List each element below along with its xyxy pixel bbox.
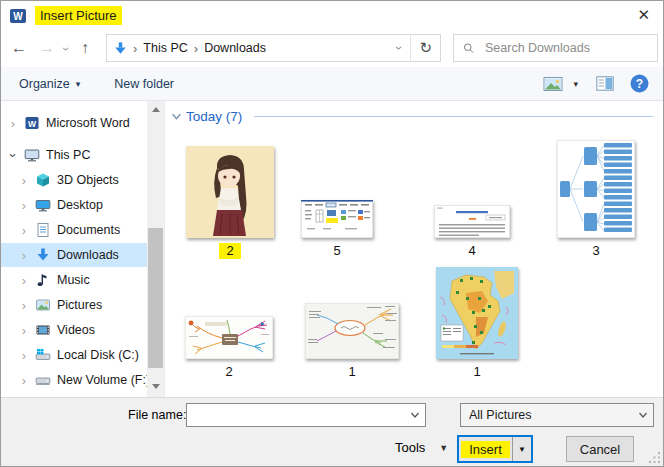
sidebar-item-label: New Volume (F:) bbox=[57, 373, 147, 387]
change-view-icon[interactable] bbox=[543, 76, 563, 92]
sidebar-item-local-disk-c[interactable]: › Local Disk (C:) bbox=[1, 343, 147, 367]
expand-chevron-icon[interactable]: › bbox=[19, 223, 29, 238]
group-title: Today (7) bbox=[186, 109, 242, 124]
expand-chevron-icon[interactable]: › bbox=[19, 273, 29, 288]
up-button[interactable]: ↑ bbox=[81, 39, 89, 57]
file-item-colorful-mind-map[interactable]: 2 bbox=[185, 316, 273, 380]
organize-label: Organize bbox=[19, 77, 70, 91]
sidebar-item-label: Music bbox=[57, 273, 90, 287]
group-header-today[interactable]: Today (7) bbox=[171, 109, 653, 124]
file-type-value: All Pictures bbox=[461, 408, 633, 422]
file-item-sketch-mind-map[interactable]: 1 bbox=[305, 303, 399, 380]
picture-icon bbox=[35, 297, 51, 313]
search-icon bbox=[463, 41, 474, 55]
group-rule bbox=[254, 116, 653, 117]
recent-locations-chevron-icon[interactable]: › bbox=[59, 47, 73, 51]
document-thumbnail bbox=[434, 205, 510, 238]
file-name-dropdown-icon[interactable] bbox=[405, 411, 425, 419]
view-dropdown-icon[interactable]: ▾ bbox=[573, 79, 578, 89]
resize-grip[interactable] bbox=[648, 451, 661, 464]
search-input[interactable] bbox=[483, 40, 648, 56]
expand-chevron-icon[interactable]: › bbox=[19, 373, 29, 388]
group-collapse-chevron-icon bbox=[171, 111, 182, 122]
file-label: 1 bbox=[473, 364, 480, 380]
download-icon bbox=[35, 247, 51, 263]
back-button[interactable]: ← bbox=[11, 39, 27, 57]
sidebar-item-label: 3D Objects bbox=[57, 173, 119, 187]
tools-button[interactable]: Tools ▼ bbox=[395, 440, 448, 455]
refresh-icon[interactable]: ↻ bbox=[411, 39, 440, 57]
sidebar-item-music[interactable]: › Music bbox=[1, 268, 147, 292]
sidebar-scrollbar[interactable] bbox=[147, 101, 164, 397]
breadcrumb-this-pc[interactable]: This PC bbox=[142, 39, 188, 57]
address-bar[interactable]: › This PC › Downloads › ↻ bbox=[106, 34, 441, 62]
expand-chevron-icon[interactable]: › bbox=[8, 116, 18, 131]
preview-pane-icon[interactable] bbox=[596, 76, 614, 91]
sidebar-item-label: Pictures bbox=[57, 298, 102, 312]
expand-chevron-icon[interactable]: › bbox=[19, 198, 29, 213]
file-type-select[interactable]: All Pictures bbox=[460, 403, 654, 427]
insert-label: Insert bbox=[461, 441, 510, 458]
file-list-panel: Today (7) bbox=[164, 101, 663, 397]
organize-dropdown-icon: ▾ bbox=[76, 79, 81, 89]
expand-chevron-icon[interactable]: › bbox=[19, 298, 29, 313]
sidebar-item-microsoft-word[interactable]: › W Microsoft Word bbox=[1, 111, 147, 135]
organize-button[interactable]: Organize ▾ bbox=[19, 77, 80, 91]
file-label: 2 bbox=[225, 364, 232, 380]
file-item-document[interactable]: 4 bbox=[434, 205, 510, 259]
search-box[interactable] bbox=[453, 34, 658, 62]
file-name-combo[interactable] bbox=[186, 403, 426, 427]
file-item-tree-diagram[interactable]: 3 bbox=[557, 140, 635, 259]
help-icon[interactable]: ? bbox=[630, 74, 649, 93]
forward-button[interactable]: → bbox=[39, 39, 55, 57]
new-folder-label: New folder bbox=[114, 77, 174, 91]
desktop-icon bbox=[35, 197, 51, 213]
disk-icon bbox=[35, 372, 51, 388]
sidebar-item-label: Microsoft Word bbox=[46, 116, 130, 130]
file-item-girl-illustration[interactable]: 2 bbox=[186, 146, 274, 259]
sidebar-item-desktop[interactable]: › Desktop bbox=[1, 193, 147, 217]
new-folder-button[interactable]: New folder bbox=[114, 77, 174, 91]
address-dropdown-chevron-icon[interactable]: › bbox=[392, 37, 406, 59]
cancel-button[interactable]: Cancel bbox=[566, 436, 634, 462]
file-label: 1 bbox=[348, 364, 355, 380]
sidebar-item-this-pc[interactable]: › This PC bbox=[1, 143, 147, 167]
insert-split-button: Insert ▼ bbox=[457, 435, 533, 463]
insert-dropdown-icon[interactable]: ▼ bbox=[512, 437, 531, 461]
file-item-word-ribbon[interactable]: 5 bbox=[301, 200, 373, 259]
cancel-label: Cancel bbox=[580, 442, 620, 457]
sketch-mind-map-thumbnail bbox=[305, 303, 399, 359]
sidebar-item-videos[interactable]: › Videos bbox=[1, 318, 147, 342]
file-name-input[interactable] bbox=[187, 404, 405, 426]
breadcrumb-downloads[interactable]: Downloads bbox=[203, 39, 267, 57]
collapse-chevron-icon[interactable]: › bbox=[6, 150, 21, 160]
tools-label: Tools bbox=[395, 440, 425, 455]
disk-windows-icon bbox=[35, 347, 51, 363]
sidebar-item-label: Documents bbox=[57, 223, 120, 237]
scroll-down-icon[interactable] bbox=[147, 378, 164, 395]
file-item-africa-map[interactable]: 1 bbox=[436, 267, 518, 380]
scroll-up-icon[interactable] bbox=[147, 101, 164, 118]
tree-diagram-thumbnail bbox=[557, 140, 635, 238]
expand-chevron-icon[interactable]: › bbox=[19, 323, 29, 338]
sidebar-item-new-volume-f[interactable]: › New Volume (F:) bbox=[1, 368, 147, 392]
navigation-pane: › W Microsoft Word › This PC › bbox=[1, 101, 147, 397]
content-area: › W Microsoft Word › This PC › bbox=[1, 101, 663, 397]
file-label: 3 bbox=[592, 243, 599, 259]
expand-chevron-icon[interactable]: › bbox=[19, 248, 29, 263]
close-icon[interactable]: ✕ bbox=[637, 6, 650, 24]
sidebar-item-label: Desktop bbox=[57, 198, 103, 212]
sidebar-item-label: Local Disk (C:) bbox=[57, 348, 139, 362]
expand-chevron-icon[interactable]: › bbox=[19, 348, 29, 363]
file-type-dropdown-icon[interactable] bbox=[633, 411, 653, 419]
sidebar-item-pictures[interactable]: › Pictures bbox=[1, 293, 147, 317]
expand-chevron-icon[interactable]: › bbox=[19, 173, 29, 188]
scrollbar-thumb[interactable] bbox=[148, 228, 163, 368]
sidebar-item-3d-objects[interactable]: › 3D Objects bbox=[1, 168, 147, 192]
navigation-bar: ← → › ↑ › This PC › Downloads › ↻ bbox=[1, 30, 663, 67]
sidebar-item-downloads[interactable]: › Downloads bbox=[1, 243, 147, 267]
sidebar-item-documents[interactable]: › Documents bbox=[1, 218, 147, 242]
insert-button[interactable]: Insert bbox=[459, 437, 512, 461]
breadcrumb-separator: › bbox=[133, 41, 137, 56]
title-bar: W Insert Picture ✕ bbox=[1, 1, 663, 30]
